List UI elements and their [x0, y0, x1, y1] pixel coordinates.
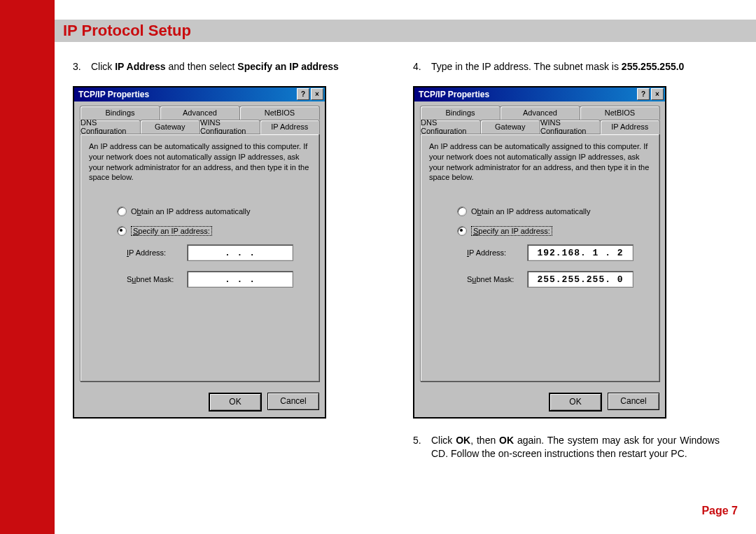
- step-5: 5. Click OK, then OK again. The system m…: [413, 434, 720, 461]
- step-number: 3.: [73, 60, 91, 73]
- tab-wins[interactable]: WINS Configuration: [200, 120, 260, 134]
- ok-button[interactable]: OK: [209, 393, 262, 412]
- help-button[interactable]: ?: [637, 88, 650, 100]
- tab-gateway[interactable]: Gateway: [480, 120, 541, 134]
- dialog-title: TCP/IP Properties: [78, 90, 149, 99]
- tab-ipaddress[interactable]: IP Address: [600, 120, 661, 134]
- tab-gateway[interactable]: Gateway: [140, 120, 201, 134]
- tab-dns[interactable]: DNS Configuration: [80, 120, 141, 134]
- label-ip: IP Address:: [467, 248, 527, 257]
- sidebar-red-stripe: [0, 0, 55, 534]
- info-text: An IP address can be automatically assig…: [89, 141, 310, 183]
- dialog-body: Bindings Advanced NetBIOS DNS Configurat…: [74, 101, 325, 387]
- tabs-row-front: DNS Configuration Gateway WINS Configura…: [80, 120, 319, 134]
- input-ip[interactable]: 192.168. 1 . 2: [527, 244, 634, 261]
- page-title: IP Protocol Setup: [63, 22, 191, 40]
- cancel-button[interactable]: Cancel: [267, 393, 319, 410]
- info-text: An IP address can be automatically assig…: [429, 141, 650, 183]
- tabs-row-front: DNS Configuration Gateway WINS Configura…: [420, 120, 659, 134]
- tabs-row-back: Bindings Advanced NetBIOS: [420, 106, 659, 120]
- close-button[interactable]: ×: [311, 88, 323, 100]
- dialog-buttons: OK Cancel: [74, 387, 325, 417]
- tab-advanced[interactable]: Advanced: [500, 106, 580, 120]
- tab-panel: An IP address can be automatically assig…: [420, 134, 659, 381]
- row-ip: IP Address: 192.168. 1 . 2: [467, 244, 650, 261]
- tab-ipaddress[interactable]: IP Address: [260, 120, 321, 134]
- label-ip: IP Address:: [127, 248, 187, 257]
- row-ip: IP Address: . . .: [127, 244, 310, 261]
- tab-netbios[interactable]: NetBIOS: [239, 106, 320, 120]
- radio-specify[interactable]: Specify an IP address:: [117, 226, 310, 236]
- label-mask: Subnet Mask:: [127, 275, 187, 283]
- ip-fields: IP Address: . . . Subnet Mask: . . .: [127, 244, 310, 288]
- step-text: Type in the IP address. The subnet mask …: [431, 60, 720, 73]
- dialog-body: Bindings Advanced NetBIOS DNS Configurat…: [414, 101, 665, 387]
- radio-icon: [117, 226, 127, 236]
- label-mask: Subnet Mask:: [467, 275, 527, 283]
- step-text: Click IP Address and then select Specify…: [91, 60, 379, 73]
- step-number: 5.: [413, 434, 431, 461]
- step-text: Click OK, then OK again. The system may …: [431, 434, 720, 461]
- dialog-titlebar: TCP/IP Properties ? ×: [414, 87, 665, 101]
- dialog-buttons: OK Cancel: [414, 387, 665, 417]
- tab-advanced[interactable]: Advanced: [160, 106, 240, 120]
- row-mask: Subnet Mask: . . .: [127, 271, 310, 288]
- page-footer: Page 7: [701, 505, 738, 517]
- column-left: 3. Click IP Address and then select Spec…: [73, 60, 379, 461]
- radio-icon: [457, 206, 467, 216]
- tcpip-dialog: TCP/IP Properties ? × Bindings Advanced …: [74, 87, 325, 417]
- screenshot-right: TCP/IP Properties ? × Bindings Advanced …: [413, 86, 666, 419]
- tab-dns[interactable]: DNS Configuration: [420, 120, 481, 134]
- tab-netbios[interactable]: NetBIOS: [580, 106, 660, 120]
- content-columns: 3. Click IP Address and then select Spec…: [73, 60, 720, 461]
- tcpip-dialog: TCP/IP Properties ? × Bindings Advanced …: [414, 87, 665, 417]
- input-mask[interactable]: . . .: [187, 271, 293, 288]
- step-3: 3. Click IP Address and then select Spec…: [73, 60, 379, 73]
- help-button[interactable]: ?: [297, 88, 309, 100]
- dialog-titlebar: TCP/IP Properties ? ×: [74, 87, 325, 101]
- input-ip[interactable]: . . .: [187, 244, 293, 261]
- ok-button[interactable]: OK: [549, 393, 602, 412]
- cancel-button[interactable]: Cancel: [608, 393, 659, 410]
- radio-icon: [457, 226, 467, 236]
- step-4: 4. Type in the IP address. The subnet ma…: [413, 60, 720, 73]
- column-right: 4. Type in the IP address. The subnet ma…: [413, 60, 720, 461]
- radio-specify[interactable]: Specify an IP address:: [457, 226, 650, 236]
- tab-bindings[interactable]: Bindings: [420, 106, 500, 120]
- radio-obtain[interactable]: Obtain an IP address automatically: [117, 206, 310, 216]
- page-header: IP Protocol Setup: [55, 20, 756, 42]
- close-button[interactable]: ×: [651, 88, 664, 100]
- radio-obtain[interactable]: Obtain an IP address automatically: [457, 206, 650, 216]
- step-number: 4.: [413, 60, 431, 73]
- tab-panel: An IP address can be automatically assig…: [80, 134, 319, 381]
- tab-bindings[interactable]: Bindings: [80, 106, 160, 120]
- screenshot-left: TCP/IP Properties ? × Bindings Advanced …: [73, 86, 326, 419]
- input-mask[interactable]: 255.255.255. 0: [527, 271, 634, 288]
- tab-wins[interactable]: WINS Configuration: [540, 120, 601, 134]
- row-mask: Subnet Mask: 255.255.255. 0: [467, 271, 650, 288]
- tabs-row-back: Bindings Advanced NetBIOS: [80, 106, 319, 120]
- ip-fields: IP Address: 192.168. 1 . 2 Subnet Mask: …: [467, 244, 650, 288]
- dialog-title: TCP/IP Properties: [419, 90, 489, 99]
- radio-icon: [117, 206, 127, 216]
